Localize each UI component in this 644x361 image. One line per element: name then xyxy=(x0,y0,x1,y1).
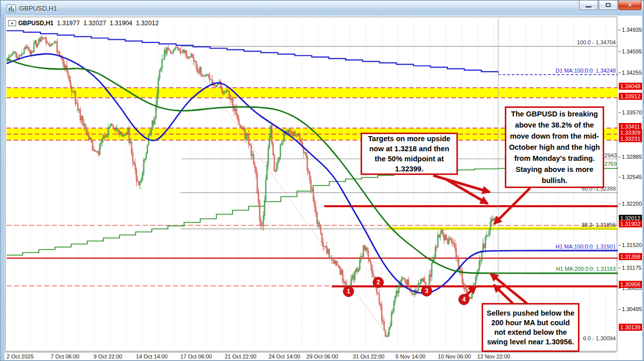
level-label: D1 MA:100:0:0: 1.34248 xyxy=(556,68,616,74)
price-tick-label: 1.33570 xyxy=(622,109,642,116)
time-axis-label: 2 Oct 2025 xyxy=(7,353,34,359)
price-tick-mark xyxy=(618,157,621,157)
maximize-icon xyxy=(606,3,611,7)
price-tick-mark xyxy=(618,204,621,204)
time-axis-label: 17 Oct 06:00 xyxy=(181,353,212,359)
mt4-chart-window: GBPUSD,H1 ✕ 100.0 - 1.34704D1 MA:100:0:0… xyxy=(0,0,644,361)
time-axis[interactable]: 2 Oct 20257 Oct 06:009 Oct 22:0014 Oct 1… xyxy=(5,352,617,360)
price-tick-label: 1.32885 xyxy=(622,154,642,160)
level-label: 100.0 - 1.34704 xyxy=(577,39,616,45)
price-tick-label: 1.32545 xyxy=(622,174,642,180)
time-axis-label: 24 Oct 14:00 xyxy=(269,353,301,359)
price-tick-mark xyxy=(618,177,621,177)
maximize-button[interactable] xyxy=(599,1,618,10)
chart-canvas[interactable]: 100.0 - 1.34704D1 MA:100:0:0: 1.342481.3… xyxy=(7,19,618,352)
price-tick-mark xyxy=(618,112,621,113)
level-label: H1 MA:200:0:0: 1.31163 xyxy=(556,266,616,272)
level-label: 0.0 - 1.30094 xyxy=(583,335,616,341)
plot-border: 100.0 - 1.34704D1 MA:100:0:0: 1.342481.3… xyxy=(5,17,617,351)
price-tick-mark xyxy=(618,30,621,30)
annotation-box-breaking-382[interactable]: The GBPUSD is breaking above the 38.2% o… xyxy=(505,106,604,188)
level-label: H1 MA:100:0:0: 1.31501 xyxy=(556,244,616,250)
price-tick-label: 1.30495 xyxy=(622,306,642,313)
time-axis-label: 31 Oct 22:00 xyxy=(353,353,385,359)
time-axis-label: 21 Oct 22:00 xyxy=(225,353,257,359)
price-tick-mark xyxy=(618,288,621,288)
bear-candle-bodies xyxy=(9,37,496,337)
chart-workspace: 100.0 - 1.34704D1 MA:100:0:0: 1.342481.3… xyxy=(5,16,642,360)
zone-1.34048-1.33912 xyxy=(7,88,618,97)
price-tick-mark xyxy=(618,268,621,268)
price-badge: 1.31902 xyxy=(619,220,642,227)
time-axis-label: 14 Oct 14:00 xyxy=(136,353,168,359)
window-title: GBPUSD,H1 xyxy=(19,5,57,12)
price-tick-mark xyxy=(618,73,621,73)
price-tick-label: 1.34255 xyxy=(622,70,642,76)
bear-candle-wicks xyxy=(10,36,495,337)
chart-window-icon xyxy=(7,5,16,12)
price-badge: 1.33912 xyxy=(619,93,642,100)
time-axis-label: 7 Oct 06:00 xyxy=(51,353,80,359)
symbol-period-label: GBPUSD,H1 xyxy=(18,20,53,27)
minimize-button[interactable] xyxy=(579,1,598,10)
time-axis-label: 10 Nov 06:00 xyxy=(438,353,471,359)
price-tick-mark xyxy=(618,309,621,310)
annotation-box-sellers[interactable]: Sellers pushed below the 200 hour MA but… xyxy=(482,303,579,352)
level-label: 38.2- 1.31855 xyxy=(581,222,616,228)
price-axis[interactable]: 1.349351.345951.342551.335701.328851.325… xyxy=(618,17,642,351)
annotation-box-targets[interactable]: Targets on more upside now at 1.3218 and… xyxy=(361,133,458,175)
price-tick-label: 1.31175 xyxy=(622,265,641,271)
close-button[interactable]: ✕ xyxy=(618,1,641,10)
time-axis-label: 29 Oct 06:00 xyxy=(307,353,338,359)
title-bar: GBPUSD,H1 ✕ xyxy=(1,1,643,16)
high-value: 1.32027 xyxy=(83,20,106,27)
price-badge: 1.30956 xyxy=(619,281,642,288)
price-tick-label: 1.31520 xyxy=(622,242,642,249)
price-tick-label: 1.32200 xyxy=(622,201,642,207)
time-axis-label: 9 Oct 22:00 xyxy=(94,353,123,359)
d1-ma100-stepped-line xyxy=(7,31,498,73)
low-value: 1.31904 xyxy=(109,20,132,27)
price-badge: 1.31398 xyxy=(619,253,642,260)
price-badge: 1.34048 xyxy=(619,83,642,90)
symbol-dropdown-button[interactable]: ▼ xyxy=(8,20,16,26)
minimize-icon xyxy=(586,6,592,8)
close-icon: ✕ xyxy=(627,2,632,9)
price-tick-label: 1.34595 xyxy=(622,48,642,55)
time-axis-label: 5 Nov 14:00 xyxy=(395,353,425,359)
bull-candle-wicks xyxy=(7,35,494,338)
bull-candle-bodies xyxy=(7,37,494,337)
price-tick-mark xyxy=(618,51,621,52)
price-tick-label: 1.34935 xyxy=(622,27,642,33)
price-tick-mark xyxy=(618,245,621,246)
open-value: 1.31977 xyxy=(57,20,80,27)
price-badge: 1.30139 xyxy=(619,324,642,331)
time-axis-label: 12 Nov 22:00 xyxy=(477,353,510,359)
chart-info-overlay: ▼ GBPUSD,H1 1.31977 1.32027 1.31904 1.32… xyxy=(8,20,159,27)
price-badge: 1.33231 xyxy=(619,135,642,142)
close-value: 1.32012 xyxy=(136,20,159,27)
